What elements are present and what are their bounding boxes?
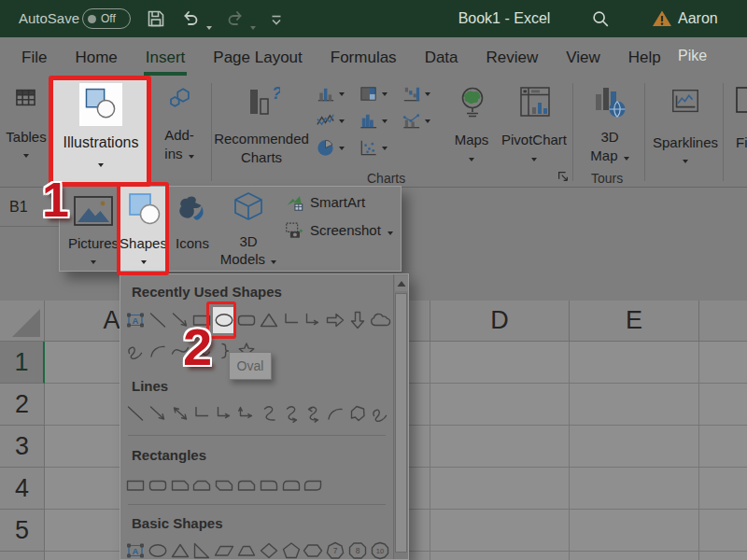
shape-text-box[interactable]: A — [124, 307, 147, 333]
cell[interactable] — [699, 342, 747, 384]
cell[interactable] — [699, 552, 747, 560]
shape-triangle[interactable] — [258, 307, 280, 333]
cell[interactable] — [699, 510, 747, 552]
menu-item-screenshot[interactable]: Screenshot — [284, 218, 400, 245]
search-icon[interactable] — [590, 8, 611, 29]
scroll-up-icon[interactable] — [395, 275, 408, 291]
save-icon[interactable] — [145, 7, 167, 30]
illustrations-button[interactable]: Illustrations — [51, 80, 150, 186]
shape-snip-same-side[interactable] — [190, 472, 213, 498]
shape-snip-round-single[interactable] — [235, 472, 258, 498]
undo-chevron-icon[interactable] — [206, 17, 212, 34]
cell[interactable] — [430, 510, 570, 552]
customize-toolbar-icon[interactable] — [267, 9, 286, 28]
shape-oval[interactable] — [147, 538, 169, 560]
shape-line[interactable] — [147, 307, 169, 333]
shape-trapezoid[interactable] — [235, 538, 258, 560]
recommended-charts-button[interactable]: ? Recommended Charts — [213, 80, 310, 186]
shape-heptagon-7[interactable]: 7 — [324, 538, 346, 560]
pie-chart-button[interactable] — [315, 134, 358, 161]
shape-curved-arrow[interactable] — [280, 400, 303, 427]
statistic-chart-button[interactable] — [358, 107, 401, 134]
combo-chart-button[interactable] — [401, 107, 444, 134]
shape-round-diagonal[interactable] — [302, 472, 324, 498]
shape-right-arrow[interactable] — [324, 307, 346, 333]
cell[interactable] — [570, 342, 699, 384]
undo-icon[interactable] — [179, 7, 202, 30]
tables-button[interactable]: Tables — [4, 80, 49, 186]
filters-button-partial[interactable]: Fi — [729, 80, 747, 186]
menu-item-icons[interactable]: Icons — [170, 187, 215, 271]
shape-round-same-side[interactable] — [280, 472, 303, 498]
shape-curved-connector[interactable] — [258, 400, 280, 427]
cell[interactable] — [430, 468, 570, 510]
shape-rounded-rectangle[interactable] — [147, 472, 169, 498]
tab-file[interactable]: File — [7, 37, 61, 78]
cell[interactable] — [699, 426, 747, 468]
shape-line-double-arrow[interactable] — [169, 400, 191, 427]
tab-review[interactable]: Review — [472, 37, 553, 78]
shape-parallelogram[interactable] — [213, 538, 235, 560]
cell[interactable] — [699, 384, 747, 426]
row-header-4[interactable]: 4 — [0, 468, 45, 510]
warning-icon[interactable] — [651, 7, 673, 30]
shape-arc[interactable] — [147, 338, 169, 364]
column-header-partial[interactable] — [699, 301, 747, 342]
tab-help[interactable]: Help — [614, 37, 675, 78]
shape-scribble[interactable] — [369, 400, 391, 427]
gallery-scrollbar[interactable] — [393, 274, 408, 559]
maps-button[interactable]: Maps — [445, 80, 498, 186]
menu-item-shapes[interactable]: Shapes — [120, 187, 167, 271]
row-header-5[interactable]: 5 — [0, 510, 45, 552]
cell[interactable] — [570, 552, 699, 560]
row-header-3[interactable]: 3 — [0, 426, 45, 468]
shape-hexagon[interactable] — [302, 538, 324, 560]
shape-snip-diagonal[interactable] — [213, 472, 235, 498]
column-chart-button[interactable] — [315, 80, 358, 107]
sparklines-button[interactable]: Sparklines — [648, 80, 723, 186]
cell[interactable] — [570, 468, 699, 510]
scatter-chart-button[interactable] — [358, 134, 401, 161]
scrollbar-thumb[interactable] — [395, 293, 407, 553]
cell[interactable] — [430, 426, 570, 468]
shape-arc[interactable] — [324, 400, 346, 427]
column-header-D[interactable]: D — [430, 301, 570, 342]
cell[interactable] — [699, 468, 747, 510]
cell[interactable] — [570, 426, 699, 468]
shape-cloud[interactable] — [369, 307, 391, 333]
shape-octagon-8[interactable]: 8 — [346, 538, 369, 560]
shape-line-arrow[interactable] — [147, 400, 169, 427]
tab-view[interactable]: View — [552, 37, 614, 78]
tab-home[interactable]: Home — [61, 37, 131, 78]
shape-scribble[interactable] — [124, 338, 147, 364]
cell[interactable] — [430, 342, 570, 384]
hierarchy-chart-button[interactable] — [358, 80, 401, 107]
shape-elbow-arrow[interactable] — [213, 400, 235, 427]
shape-rounded-rectangle[interactable] — [235, 307, 258, 333]
shape-triangle[interactable] — [169, 538, 191, 560]
shape-snip-single-corner[interactable] — [169, 472, 191, 498]
menu-item-pictures[interactable]: Pictures — [67, 187, 120, 271]
shape-elbow-arrow[interactable] — [302, 307, 324, 333]
shape-rectangle[interactable] — [124, 472, 147, 498]
shape-round-single-corner[interactable] — [258, 472, 280, 498]
shape-elbow-connector[interactable] — [190, 400, 213, 427]
cell[interactable] — [430, 552, 570, 560]
user-name[interactable]: Aaron Pike — [678, 0, 747, 75]
menu-item-3d-models[interactable]: 3D Models — [218, 187, 278, 271]
column-header-E[interactable]: E — [570, 301, 699, 342]
tab-page-layout[interactable]: Page Layout — [199, 37, 316, 78]
row-header-6[interactable]: 6 — [0, 552, 45, 560]
charts-dialog-launcher-icon[interactable] — [557, 170, 570, 183]
shape-curved-double-arrow[interactable] — [302, 400, 324, 427]
shape-decagon-10[interactable]: 10 — [369, 538, 391, 560]
tab-data[interactable]: Data — [411, 37, 472, 78]
select-all-corner[interactable] — [0, 301, 45, 342]
shape-pentagon[interactable] — [280, 538, 303, 560]
cell[interactable] — [570, 384, 699, 426]
add-ins-button[interactable]: Add- ins — [152, 80, 206, 186]
shape-freeform[interactable] — [346, 400, 369, 427]
shape-elbow-double-arrow[interactable] — [235, 400, 258, 427]
line-chart-button[interactable] — [315, 107, 358, 134]
autosave-toggle[interactable]: Off — [82, 8, 131, 29]
